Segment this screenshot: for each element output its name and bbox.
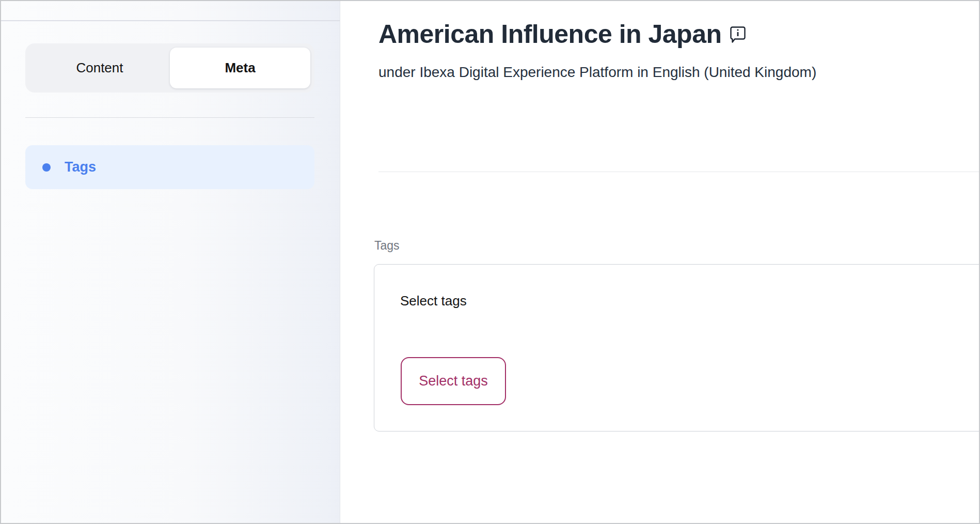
sidebar-divider: [25, 117, 314, 118]
tab-content[interactable]: Content: [29, 48, 170, 88]
select-tags-button[interactable]: Select tags: [401, 357, 506, 405]
active-dot-icon: [42, 163, 51, 172]
content-meta-toggle: Content Meta: [25, 43, 314, 93]
sidebar-item-tags[interactable]: Tags: [25, 145, 314, 189]
tags-field-label: Tags: [374, 239, 400, 253]
tab-meta[interactable]: Meta: [170, 48, 310, 88]
app-window: Content Meta Tags American Influence in …: [0, 0, 980, 524]
header-divider: [378, 172, 979, 172]
tags-field-group: Select tags Select tags: [374, 264, 980, 431]
page-title: American Influence in Japan: [378, 18, 721, 50]
edit-main-area: American Influence in Japan under Ibexa …: [340, 1, 979, 523]
sidebar-item-label: Tags: [65, 159, 96, 175]
content-location-subtitle: under Ibexa Digital Experience Platform …: [378, 62, 816, 83]
info-speech-bubble-icon[interactable]: [730, 26, 746, 43]
title-row: American Influence in Japan: [378, 18, 746, 50]
sidebar-top-divider: [1, 20, 340, 21]
tags-field-value-text: Select tags: [400, 293, 467, 309]
edit-sidebar: Content Meta Tags: [1, 1, 340, 523]
